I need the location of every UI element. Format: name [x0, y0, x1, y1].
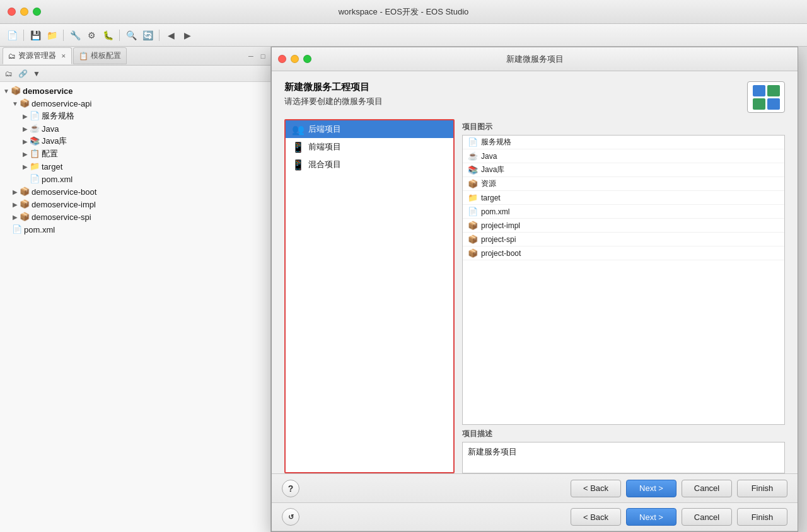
tree-item-demoservice-boot[interactable]: ▶ 📦 demoservice-boot [0, 185, 270, 198]
dialog-zoom-btn[interactable] [303, 55, 311, 63]
next-btn-2[interactable]: Next > [626, 508, 676, 526]
preview-java-lib-icon: 📚 [468, 165, 478, 175]
close-button[interactable] [8, 8, 16, 16]
icon-cell-4 [767, 98, 780, 110]
tree-item-java-lib[interactable]: ▶ 📚 Java库 [0, 135, 270, 147]
finish-btn-1[interactable]: Finish [737, 480, 787, 497]
impl-icon: 📦 [19, 199, 30, 209]
traffic-lights [8, 8, 41, 16]
cancel-btn-2[interactable]: Cancel [682, 508, 732, 526]
dialog-minimize-btn[interactable] [291, 55, 299, 63]
tree-item-config[interactable]: ▶ 📋 配置 [0, 147, 270, 160]
tab-resource-manager[interactable]: 🗂 资源管理器 ✕ [3, 47, 72, 64]
tree-item-java[interactable]: ▶ ☕ Java [0, 122, 270, 135]
search-btn[interactable]: 🔍 [124, 28, 138, 42]
view-menu-btn[interactable]: ▼ [30, 67, 43, 80]
preview-resource-label: 资源 [481, 178, 496, 189]
panel-tab-controls: ─ □ [246, 51, 268, 61]
help-icon-1: ? [288, 483, 294, 494]
tree-label: demoservice-boot [32, 187, 96, 197]
help-icon-2: ↺ [288, 513, 294, 521]
dialog-content: 新建微服务工程项目 请选择要创建的微服务项目 [272, 71, 798, 531]
tab-close-indicator: ✕ [61, 53, 66, 59]
preview-java-icon: ☕ [468, 151, 478, 161]
help-btn-2[interactable]: ↺ [282, 508, 299, 526]
tab-template-config[interactable]: 📋 模板配置 [73, 47, 127, 64]
project-type-mixed[interactable]: 📱 混合项目 [286, 156, 453, 173]
back-btn-2[interactable]: < Back [571, 508, 621, 526]
tab-template-config-label: 模板配置 [91, 50, 121, 61]
forward-nav-btn[interactable]: ▶ [180, 28, 194, 42]
tree-arrow: ▶ [21, 138, 29, 145]
preview-boot-label: project-boot [481, 249, 521, 258]
toolbar-separator-2 [63, 30, 64, 41]
build-btn[interactable]: ⚙ [84, 28, 98, 42]
tree-arrow: ▶ [11, 214, 19, 221]
project-type-frontend[interactable]: 📱 前端项目 [286, 138, 453, 156]
save-btn[interactable]: 💾 [28, 28, 42, 42]
collapse-all-btn[interactable]: 🗂 [3, 67, 15, 80]
new-project-dialog: 新建微服务项目 新建微服务工程项目 请选择要创建的微服务项目 [271, 47, 798, 532]
preview-spi-icon: 📦 [468, 234, 478, 244]
tree-item-demoservice-api[interactable]: ▼ 📦 demoservice-api [0, 97, 270, 110]
template-config-icon: 📋 [79, 52, 88, 61]
tree-item-root-pom[interactable]: 📄 pom.xml [0, 223, 270, 236]
link-with-editor-btn[interactable]: 🔗 [16, 67, 29, 80]
backend-icon: 👥 [292, 124, 305, 136]
dialog-footer: ? < Back Next > Cancel Fini [272, 473, 798, 531]
new-file-btn[interactable]: 📄 [5, 28, 19, 42]
tree-arrow: ▶ [21, 113, 29, 120]
frontend-icon: 📱 [292, 141, 305, 153]
footer-row-2: ↺ < Back Next > Cancel Fini [272, 502, 798, 531]
panel-minimize-btn[interactable]: ─ [246, 51, 256, 61]
project-type-backend[interactable]: 👥 后端项目 [286, 120, 453, 138]
icon-cell-1 [753, 85, 765, 96]
tree-item-demoservice-impl[interactable]: ▶ 📦 demoservice-impl [0, 198, 270, 211]
preview-target-icon: 📁 [468, 193, 478, 202]
back-nav-btn[interactable]: ◀ [164, 28, 178, 42]
next-btn-1[interactable]: Next > [626, 480, 676, 497]
tree-label: demoservice-impl [32, 200, 96, 209]
run-btn[interactable]: 🔧 [68, 28, 82, 42]
resource-manager-icon: 🗂 [8, 52, 16, 61]
project-type-list: 👥 后端项目 📱 前端项目 📱 混合项目 [284, 119, 455, 473]
help-btn-1[interactable]: ? [282, 480, 299, 497]
dialog-close-btn[interactable] [278, 55, 286, 63]
tree-arrow: ▼ [3, 88, 10, 95]
preview-java: ☕ Java [463, 149, 784, 163]
dialog-title: 新建微服务项目 [506, 54, 564, 65]
tree-label: demoservice-spi [32, 212, 91, 222]
dialog-area: 新建微服务项目 新建微服务工程项目 请选择要创建的微服务项目 [271, 47, 807, 532]
frontend-label: 前端项目 [308, 141, 341, 153]
dialog-header: 新建微服务工程项目 请选择要创建的微服务项目 [272, 71, 798, 119]
tree-arrow: ▼ [11, 100, 19, 107]
dialog-header-title: 新建微服务工程项目 [284, 81, 383, 93]
preview-impl-label: project-impl [481, 221, 520, 230]
footer-row-1: ? < Back Next > Cancel Fini [272, 473, 798, 502]
project-info: 项目图示 📄 服务规格 ☕ Java 📚 [462, 119, 785, 473]
dialog-title-bar: 新建微服务项目 [272, 47, 798, 71]
refresh-btn[interactable]: 🔄 [141, 28, 154, 42]
cancel-btn-1[interactable]: Cancel [682, 480, 732, 497]
minimize-button[interactable] [20, 8, 28, 16]
toolbar-btn-2[interactable]: 📁 [45, 28, 59, 42]
tree-item-service-spec[interactable]: ▶ 📄 服务规格 [0, 110, 270, 122]
maximize-button[interactable] [33, 8, 41, 16]
back-btn-1[interactable]: < Back [571, 480, 621, 497]
main-area: 🗂 资源管理器 ✕ 📋 模板配置 ─ □ 🗂 🔗 ▼ ▼ 📦 d [0, 47, 807, 532]
tree-item-demoservice-spi[interactable]: ▶ 📦 demoservice-spi [0, 211, 270, 223]
panel-actions: 🗂 🔗 ▼ [0, 66, 270, 82]
tree-item-target[interactable]: ▶ 📁 target [0, 160, 270, 173]
xml-icon: 📄 [29, 174, 40, 184]
tree-label: 服务规格 [42, 110, 74, 122]
config-icon: 📋 [29, 149, 40, 159]
folder-icon: 📦 [10, 86, 21, 96]
tree-label: pom.xml [24, 225, 55, 234]
panel-maximize-btn[interactable]: □ [258, 51, 268, 61]
tree-item-pom-xml-api[interactable]: 📄 pom.xml [0, 173, 270, 185]
tree-item-demoservice[interactable]: ▼ 📦 demoservice [0, 84, 270, 97]
dialog-header-text: 新建微服务工程项目 请选择要创建的微服务项目 [284, 81, 383, 107]
preview-spi: 📦 project-spi [463, 233, 784, 246]
finish-btn-2[interactable]: Finish [737, 508, 787, 526]
debug-btn[interactable]: 🐛 [101, 28, 115, 42]
